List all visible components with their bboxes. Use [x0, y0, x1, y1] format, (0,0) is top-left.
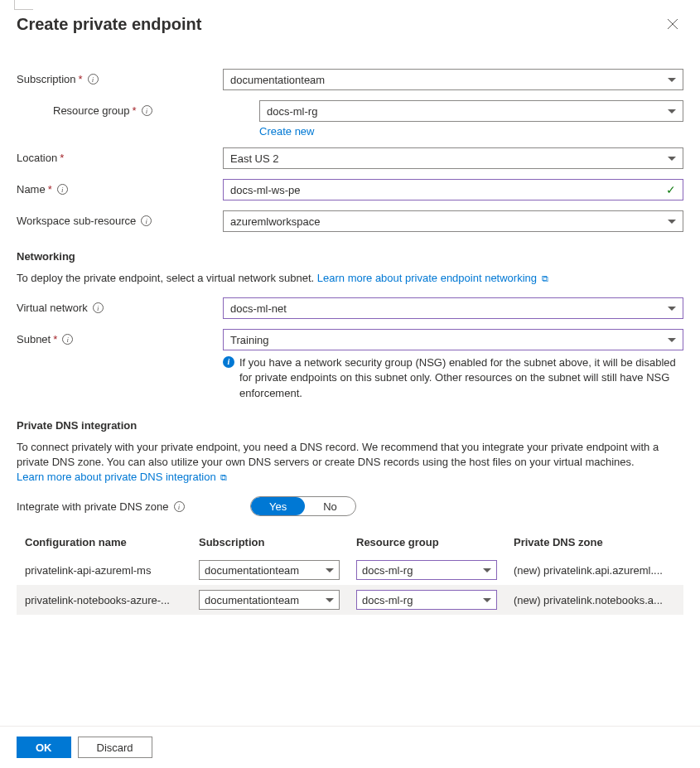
- nsg-info: i If you have a network security group (…: [223, 355, 683, 401]
- required-asterisk: *: [48, 183, 52, 196]
- subscription-value: documentationteam: [230, 74, 325, 86]
- subscription-row: Subscription * i documentationteam: [17, 69, 683, 90]
- chevron-down-icon: [668, 157, 676, 161]
- networking-learn-more-text: Learn more about private endpoint networ…: [317, 272, 537, 284]
- resource-group-value: docs-ml-rg: [267, 105, 317, 118]
- panel-header: Create private endpoint: [17, 15, 683, 36]
- cell-subscription: documentationteam: [191, 555, 348, 585]
- info-icon[interactable]: i: [62, 334, 73, 345]
- info-icon[interactable]: i: [142, 105, 152, 116]
- required-asterisk: *: [60, 152, 64, 164]
- dns-learn-more-link[interactable]: Learn more about private DNS integration…: [17, 471, 227, 483]
- chevron-down-icon: [668, 109, 676, 114]
- integrate-dns-toggle: Yes No: [250, 496, 356, 516]
- page-title: Create private endpoint: [17, 15, 201, 34]
- integrate-dns-toggle-col: Yes No: [245, 496, 356, 516]
- location-select[interactable]: East US 2: [223, 147, 683, 169]
- integrate-dns-label: Integrate with private DNS zone: [17, 500, 169, 513]
- info-icon[interactable]: i: [57, 184, 68, 195]
- row-subscription-value: documentationteam: [205, 594, 299, 606]
- row-rg-value: docs-ml-rg: [362, 564, 413, 577]
- vnet-value: docs-ml-net: [230, 302, 287, 315]
- info-icon[interactable]: i: [174, 501, 185, 512]
- name-label-col: Name * i: [17, 179, 223, 196]
- close-icon: [667, 18, 678, 30]
- subnet-select[interactable]: Training: [223, 329, 683, 350]
- dns-heading: Private DNS integration: [17, 419, 683, 432]
- integrate-dns-row: Integrate with private DNS zone i Yes No: [17, 496, 683, 516]
- chevron-down-icon: [483, 568, 491, 572]
- row-rg-select[interactable]: docs-ml-rg: [356, 560, 497, 580]
- info-icon[interactable]: i: [93, 302, 104, 313]
- subnet-label: Subnet: [17, 333, 51, 345]
- chevron-down-icon: [668, 307, 676, 311]
- row-subscription-select[interactable]: documentationteam: [199, 590, 340, 610]
- row-subscription-value: documentationteam: [205, 564, 299, 577]
- close-button[interactable]: [662, 15, 683, 36]
- location-label-col: Location *: [17, 147, 223, 164]
- subresource-value: azuremlworkspace: [230, 215, 320, 228]
- location-label: Location: [17, 152, 57, 164]
- resource-group-label: Resource group: [53, 104, 130, 117]
- dns-config-table: Configuration name Subscription Resource…: [17, 529, 683, 615]
- cell-zone: (new) privatelink.api.azureml....: [505, 555, 683, 585]
- external-link-icon: ⧉: [542, 273, 548, 283]
- location-row: Location * East US 2: [17, 147, 683, 169]
- info-icon[interactable]: i: [141, 215, 152, 226]
- subresource-label: Workspace sub-resource: [17, 215, 136, 227]
- chevron-down-icon: [668, 338, 676, 342]
- subresource-row: Workspace sub-resource i azuremlworkspac…: [17, 210, 683, 232]
- subscription-select[interactable]: documentationteam: [223, 69, 683, 90]
- info-circle-icon: i: [223, 356, 234, 368]
- subresource-select[interactable]: azuremlworkspace: [223, 210, 683, 232]
- create-new-link[interactable]: Create new: [259, 125, 314, 138]
- toggle-yes[interactable]: Yes: [251, 497, 305, 515]
- chevron-down-icon: [668, 78, 676, 82]
- th-config: Configuration name: [17, 529, 191, 555]
- networking-help: To deploy the private endpoint, select a…: [17, 271, 683, 286]
- nsg-note-text: If you have a network security group (NS…: [239, 355, 683, 401]
- networking-learn-more-link[interactable]: Learn more about private endpoint networ…: [317, 272, 548, 284]
- subscription-label: Subscription: [17, 73, 76, 85]
- cell-rg: docs-ml-rg: [348, 585, 505, 615]
- name-label: Name: [17, 183, 46, 196]
- subscription-label-col: Subscription * i: [17, 69, 223, 85]
- networking-heading: Networking: [17, 250, 683, 263]
- subnet-input-col: Training i If you have a network securit…: [223, 329, 683, 401]
- row-subscription-select[interactable]: documentationteam: [199, 560, 340, 580]
- table-row: privatelink-api-azureml-ms documentation…: [17, 555, 683, 585]
- info-icon[interactable]: i: [88, 74, 99, 85]
- chevron-down-icon: [326, 598, 334, 602]
- required-asterisk: *: [133, 104, 137, 117]
- subresource-label-col: Workspace sub-resource i: [17, 210, 223, 227]
- cell-zone: (new) privatelink.notebooks.a...: [505, 585, 683, 615]
- discard-button[interactable]: Discard: [78, 737, 152, 758]
- toggle-no[interactable]: No: [305, 497, 355, 515]
- row-rg-select[interactable]: docs-ml-rg: [356, 590, 497, 610]
- dns-learn-more-text: Learn more about private DNS integration: [17, 471, 216, 483]
- dns-help-text: To connect privately with your private e…: [17, 441, 659, 468]
- ok-button[interactable]: OK: [17, 737, 71, 758]
- resource-group-input-col: docs-ml-rg Create new: [259, 100, 683, 138]
- th-subscription: Subscription: [191, 529, 348, 555]
- check-icon: ✓: [666, 183, 676, 196]
- vnet-row: Virtual network i docs-ml-net: [17, 297, 683, 319]
- footer: OK Discard: [0, 726, 700, 768]
- subnet-label-col: Subnet * i: [17, 329, 223, 345]
- location-value: East US 2: [230, 152, 279, 165]
- resource-group-label-col: Resource group * i: [53, 100, 259, 117]
- required-asterisk: *: [53, 333, 57, 345]
- th-rg: Resource group: [348, 529, 505, 555]
- name-input-col: docs-ml-ws-pe ✓: [223, 179, 683, 200]
- name-row: Name * i docs-ml-ws-pe ✓: [17, 179, 683, 200]
- vnet-select[interactable]: docs-ml-net: [223, 297, 683, 319]
- cell-config: privatelink-api-azureml-ms: [17, 555, 191, 585]
- cell-subscription: documentationteam: [191, 585, 348, 615]
- vnet-label: Virtual network: [17, 302, 88, 314]
- resource-group-select[interactable]: docs-ml-rg: [259, 100, 683, 122]
- name-value: docs-ml-ws-pe: [230, 184, 301, 196]
- name-input[interactable]: docs-ml-ws-pe ✓: [223, 179, 683, 200]
- location-input-col: East US 2: [223, 147, 683, 169]
- required-asterisk: *: [79, 73, 83, 85]
- vnet-input-col: docs-ml-net: [223, 297, 683, 319]
